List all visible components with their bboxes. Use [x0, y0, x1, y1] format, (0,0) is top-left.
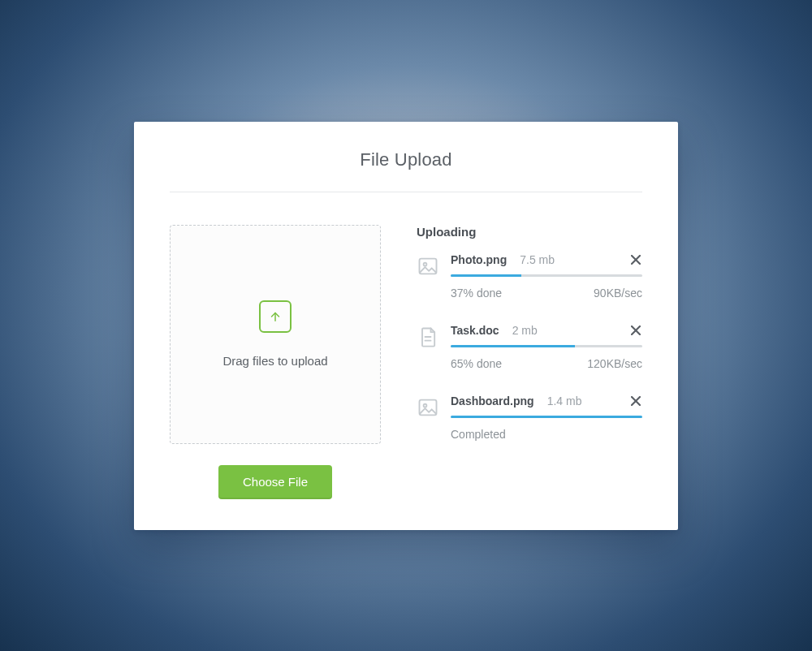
- file-body: Photo.png7.5 mb37% done90KB/sec: [451, 253, 642, 300]
- upload-list: Photo.png7.5 mb37% done90KB/secTask.doc2…: [417, 253, 642, 441]
- dropzone[interactable]: Drag files to upload: [170, 225, 381, 444]
- progress-bar: [451, 345, 642, 347]
- file-name: Task.doc: [451, 324, 499, 337]
- file-body: Dashboard.png1.4 mbCompleted: [451, 394, 642, 441]
- upload-card: File Upload Drag files to upload Choose …: [134, 122, 678, 530]
- upload-item: Dashboard.png1.4 mbCompleted: [417, 394, 642, 441]
- upload-icon: [259, 300, 292, 333]
- file-status: 37% done: [451, 287, 502, 300]
- svg-rect-8: [420, 399, 437, 415]
- svg-point-1: [424, 262, 427, 265]
- progress-bar: [451, 416, 642, 418]
- card-title: File Upload: [170, 149, 642, 192]
- upload-item: Task.doc2 mb65% done120KB/sec: [417, 324, 642, 370]
- choose-file-button[interactable]: Choose File: [218, 465, 332, 499]
- progress-bar: [451, 274, 642, 277]
- file-speed: 90KB/sec: [594, 287, 642, 300]
- document-icon: [417, 326, 439, 348]
- file-status: Completed: [451, 428, 506, 441]
- card-content: Drag files to upload Choose File Uploadi…: [170, 225, 642, 499]
- file-size: 2 mb: [512, 324, 538, 337]
- cancel-upload-button[interactable]: [629, 394, 642, 407]
- uploading-heading: Uploading: [417, 225, 642, 239]
- file-name: Photo.png: [451, 253, 507, 266]
- file-size: 1.4 mb: [547, 394, 582, 407]
- file-speed: 120KB/sec: [587, 357, 642, 370]
- svg-point-9: [424, 403, 427, 407]
- file-body: Task.doc2 mb65% done120KB/sec: [451, 324, 642, 370]
- image-icon: [417, 255, 439, 278]
- dropzone-label: Drag files to upload: [222, 354, 327, 368]
- cancel-upload-button[interactable]: [629, 324, 642, 337]
- file-size: 7.5 mb: [520, 253, 555, 266]
- right-panel: Uploading Photo.png7.5 mb37% done90KB/se…: [417, 225, 642, 499]
- cancel-upload-button[interactable]: [629, 253, 642, 266]
- svg-rect-0: [420, 258, 437, 274]
- upload-item: Photo.png7.5 mb37% done90KB/sec: [417, 253, 642, 300]
- file-name: Dashboard.png: [451, 394, 534, 407]
- image-icon: [417, 396, 439, 419]
- file-status: 65% done: [451, 357, 502, 370]
- left-panel: Drag files to upload Choose File: [170, 225, 381, 499]
